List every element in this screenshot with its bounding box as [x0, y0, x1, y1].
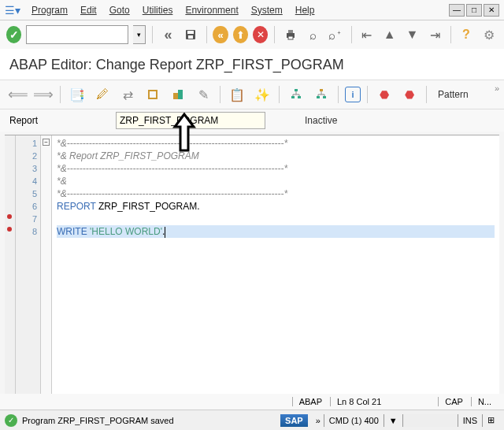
test-icon[interactable]: ✎ — [193, 84, 213, 105]
settings-icon[interactable]: ⚙ — [480, 24, 498, 45]
page-title: ABAP Editor: Change Report ZRP_FIRST_POG… — [0, 49, 504, 80]
find-icon[interactable]: ⌕ — [304, 24, 322, 45]
caps-indicator: CAP — [438, 397, 469, 406]
svg-rect-2 — [188, 35, 193, 39]
where-used-icon[interactable]: 📋 — [227, 84, 247, 105]
code-editor[interactable]: 12345678 − *&---------------------------… — [5, 135, 499, 395]
sap-logo: SAP — [280, 414, 308, 427]
svg-rect-8 — [178, 90, 183, 99]
window-controls: — □ ✕ — [449, 4, 499, 17]
breakpoint-icon[interactable]: ⬣ — [374, 84, 395, 105]
enter-button[interactable]: ✓ — [6, 26, 21, 43]
cancel-button[interactable]: ✕ — [253, 26, 268, 43]
svg-rect-12 — [320, 89, 323, 91]
menu-environment[interactable]: Environment — [179, 2, 244, 19]
help-icon[interactable]: ? — [457, 24, 475, 45]
status-raquo: » — [313, 416, 324, 425]
svg-rect-6 — [149, 91, 157, 98]
svg-rect-9 — [295, 89, 298, 91]
exit-button[interactable]: ⬆ — [233, 26, 248, 43]
command-field[interactable] — [26, 25, 128, 44]
minimize-button[interactable]: — — [449, 4, 465, 17]
status-cmd[interactable]: CMD (1) 400 — [324, 414, 384, 427]
svg-rect-13 — [317, 96, 320, 98]
status-message: Program ZRP_FIRST_POGRAM saved — [22, 416, 174, 425]
menu-system[interactable]: System — [245, 2, 289, 19]
svg-rect-10 — [291, 96, 295, 98]
svg-rect-11 — [298, 96, 301, 98]
line-numbers: 12345678 — [16, 135, 41, 395]
svg-rect-5 — [288, 36, 293, 39]
fold-toggle-icon[interactable]: − — [43, 139, 50, 146]
back-button[interactable]: « — [213, 26, 228, 43]
status-check-icon: ✓ — [5, 414, 17, 427]
status-dropdown-icon[interactable]: ▼ — [384, 414, 402, 427]
find-next-icon[interactable]: ⌕⁺ — [327, 24, 345, 45]
save-icon[interactable] — [182, 24, 200, 45]
app-toolbar: ⟸ ⟹ 📑 🖉 ⇄ ✎ 📋 ✨ i ⬣ ⬣ Pattern » — [0, 80, 504, 109]
report-label: Report — [9, 115, 116, 126]
svg-rect-1 — [187, 31, 194, 34]
last-page-icon[interactable]: ⇥ — [426, 24, 444, 45]
display-object-icon[interactable]: 📑 — [67, 84, 87, 105]
other-object-icon[interactable]: ⇄ — [117, 84, 138, 105]
check-icon[interactable] — [168, 84, 188, 105]
fold-column[interactable]: − — [41, 135, 52, 395]
editor-status-bar: ABAP Ln 8 Col 21 CAP N... — [0, 394, 504, 410]
menu-program[interactable]: Program — [25, 2, 74, 19]
status-layout-icon[interactable]: ⊞ — [482, 414, 499, 427]
menu-icon[interactable]: ☰▾ — [5, 4, 20, 17]
display-list-icon[interactable] — [311, 84, 332, 105]
report-name-field[interactable]: ZRP_FIRST_POGRAM — [116, 112, 265, 129]
hierarchy-icon[interactable] — [286, 84, 306, 105]
insert-mode[interactable]: INS — [458, 414, 482, 427]
svg-rect-7 — [173, 93, 178, 99]
prev-page-icon[interactable]: ▲ — [380, 24, 398, 45]
print-icon[interactable] — [281, 24, 299, 45]
first-page-icon[interactable]: ⇤ — [358, 24, 376, 45]
cursor-position: Ln 8 Col 21 — [330, 397, 387, 406]
status-label: Inactive — [305, 115, 337, 126]
marker-column — [5, 135, 16, 395]
code-area[interactable]: *&--------------------------------------… — [52, 135, 499, 395]
status-bar: ✓ Program ZRP_FIRST_POGRAM saved SAP » C… — [0, 410, 504, 430]
toolbar-overflow-icon[interactable]: » — [495, 83, 499, 93]
command-dropdown[interactable]: ▾ — [133, 25, 146, 44]
menu-edit[interactable]: Edit — [74, 2, 103, 19]
fullscreen-icon[interactable]: i — [345, 87, 361, 102]
report-bar: Report ZRP_FIRST_POGRAM Inactive — [0, 109, 504, 132]
svg-rect-14 — [323, 96, 326, 98]
toggle-icon[interactable]: 🖉 — [92, 84, 113, 105]
menu-bar: ☰▾ Program Edit Goto Utilities Environme… — [0, 0, 504, 20]
menu-utilities[interactable]: Utilities — [136, 2, 180, 19]
pretty-printer-icon[interactable]: ✨ — [252, 84, 272, 105]
back-icon[interactable]: « — [159, 24, 177, 45]
language-indicator: ABAP — [292, 397, 328, 406]
activate-icon[interactable] — [143, 84, 163, 105]
maximize-button[interactable]: □ — [466, 4, 482, 17]
nav-back-icon[interactable]: ⟸ — [8, 84, 28, 105]
next-page-icon[interactable]: ▼ — [403, 24, 421, 45]
text-cursor — [165, 227, 165, 238]
menu-goto[interactable]: Goto — [103, 2, 136, 19]
pattern-button[interactable]: Pattern — [433, 89, 473, 100]
close-button[interactable]: ✕ — [484, 4, 499, 17]
svg-rect-4 — [288, 30, 293, 33]
num-indicator: N... — [471, 397, 498, 406]
nav-forward-icon[interactable]: ⟹ — [33, 84, 54, 105]
menu-help[interactable]: Help — [289, 2, 321, 19]
main-toolbar: ✓ ▾ « « ⬆ ✕ ⌕ ⌕⁺ ⇤ ▲ ▼ ⇥ ? ⚙ — [0, 20, 504, 49]
breakpoint2-icon[interactable]: ⬣ — [399, 84, 420, 105]
